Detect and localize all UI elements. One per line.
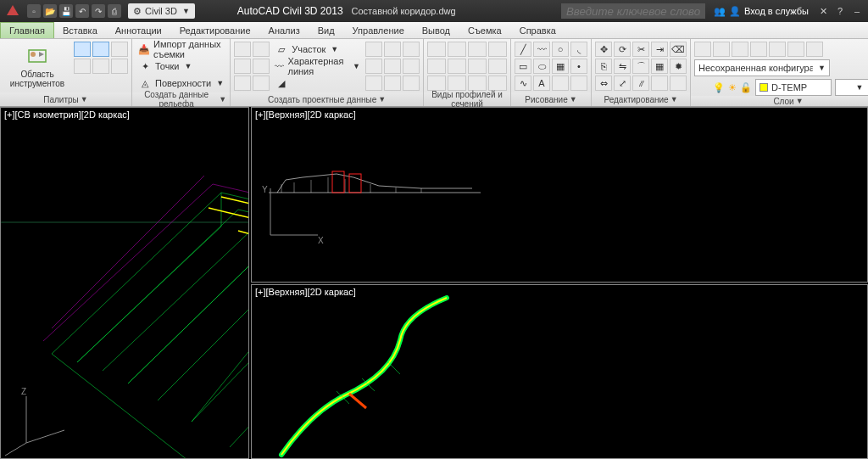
design-btn-b[interactable] — [384, 42, 401, 57]
pv-7[interactable] — [468, 59, 487, 74]
panel-title[interactable]: Создать проектные данные▼ — [231, 92, 423, 106]
design-btn-h[interactable] — [384, 76, 401, 91]
draw-arc[interactable]: ◟ — [570, 42, 587, 57]
design-btn-d[interactable] — [365, 59, 382, 74]
mod-scale[interactable]: ⤢ — [614, 76, 631, 91]
design-btn-4[interactable] — [253, 59, 270, 74]
draw-ellipse[interactable]: ⬭ — [533, 59, 550, 74]
viewport-right[interactable]: [+][СВ изометрия][2D каркас] — [0, 107, 249, 459]
app-icon[interactable] — [3, 2, 22, 20]
mod-copy[interactable]: ⎘ — [595, 59, 612, 74]
mod-more1[interactable] — [651, 76, 668, 91]
pv-8[interactable] — [488, 59, 507, 74]
mod-fillet[interactable]: ⌒ — [632, 59, 649, 74]
points-button[interactable]: ✦Точки▼ — [136, 59, 226, 74]
sign-in-button[interactable]: 👥 👤 Вход в службы — [714, 6, 809, 17]
layer-btn-3[interactable] — [732, 42, 748, 57]
design-btn-f[interactable] — [403, 59, 420, 74]
minimize-icon[interactable]: – — [851, 5, 863, 17]
tab-home[interactable]: Главная — [0, 22, 54, 38]
pv-9[interactable] — [427, 76, 446, 91]
layer-btn-1[interactable] — [694, 42, 711, 57]
pv-6[interactable] — [448, 59, 466, 74]
panel-title[interactable]: Редактирование▼ — [592, 92, 690, 106]
pv-1[interactable] — [427, 42, 446, 57]
panel-title[interactable]: Виды профилей и сечений — [424, 92, 510, 106]
tab-view[interactable]: Вид — [309, 22, 344, 38]
workspace-selector[interactable]: ⚙ Civil 3D ▼ — [128, 3, 195, 19]
palette-btn-5[interactable] — [92, 59, 109, 74]
panel-title[interactable]: Создать данные рельефа▼ — [132, 92, 230, 106]
design-btn-c[interactable] — [403, 42, 420, 57]
qat-new-icon[interactable]: ▫ — [27, 4, 41, 18]
layer-btn-5[interactable] — [769, 42, 786, 57]
mod-mirror[interactable]: ⇋ — [614, 59, 631, 74]
design-btn-1[interactable] — [234, 42, 251, 57]
qat-save-icon[interactable]: 💾 — [59, 4, 73, 18]
layer-btn-2[interactable] — [713, 42, 730, 57]
palette-btn-4[interactable] — [74, 59, 91, 74]
draw-more1[interactable] — [552, 76, 569, 91]
help-icon[interactable]: ? — [834, 5, 846, 17]
pv-3[interactable] — [468, 42, 487, 57]
draw-more2[interactable] — [570, 76, 587, 91]
layer-extra-combo[interactable]: ▼ — [835, 79, 868, 96]
viewport-bottom-left[interactable]: [+][Верхняя][2D каркас] — [251, 284, 868, 460]
tab-annotate[interactable]: Аннотации — [107, 22, 171, 38]
draw-circle[interactable]: ○ — [552, 42, 569, 57]
qat-undo-icon[interactable]: ↶ — [75, 4, 89, 18]
mod-explode[interactable]: ✹ — [670, 59, 687, 74]
design-btn-3[interactable] — [234, 59, 251, 74]
palette-btn-1[interactable] — [74, 42, 91, 57]
tab-modify[interactable]: Редактирование — [171, 22, 260, 38]
mod-move[interactable]: ✥ — [595, 42, 612, 57]
design-btn-2[interactable] — [253, 42, 270, 57]
panel-title[interactable]: Палитры▼ — [0, 92, 131, 106]
mod-more2[interactable] — [670, 76, 687, 91]
design-btn-a[interactable] — [365, 42, 382, 57]
mod-erase[interactable]: ⌫ — [670, 42, 687, 57]
pv-5[interactable] — [427, 59, 446, 74]
draw-text[interactable]: A — [533, 76, 550, 91]
viewport-label[interactable]: [+][Верхняя][2D каркас] — [255, 109, 356, 120]
layer-btn-6[interactable] — [787, 42, 804, 57]
pv-11[interactable] — [468, 76, 487, 91]
tab-output[interactable]: Вывод — [414, 22, 459, 38]
design-btn-e[interactable] — [384, 59, 401, 74]
layer-state-combo[interactable]: Несохраненная конфигурация сло▼ — [694, 59, 830, 76]
draw-hatch[interactable]: ▦ — [552, 59, 569, 74]
design-btn-g[interactable] — [365, 76, 382, 91]
viewport-label[interactable]: [+][СВ изометрия][2D каркас] — [4, 109, 130, 120]
tab-help[interactable]: Справка — [511, 22, 565, 38]
mod-offset[interactable]: ⫽ — [632, 76, 649, 91]
draw-line[interactable]: ╱ — [515, 42, 531, 57]
pv-4[interactable] — [488, 42, 507, 57]
toolspace-button[interactable]: Область инструментов — [3, 42, 71, 91]
mod-extend[interactable]: ⇥ — [651, 42, 668, 57]
design-btn-i[interactable] — [403, 76, 420, 91]
tab-survey[interactable]: Съемка — [459, 22, 511, 38]
qat-redo-icon[interactable]: ↷ — [92, 4, 105, 18]
parcel-button[interactable]: ▱Участок▼ — [272, 42, 363, 57]
qat-print-icon[interactable]: ⎙ — [108, 4, 121, 18]
palette-btn-6[interactable] — [111, 59, 128, 74]
design-btn-5[interactable] — [234, 76, 251, 91]
pv-12[interactable] — [488, 76, 507, 91]
panel-title[interactable]: Слои▼ — [691, 96, 868, 106]
draw-rect[interactable]: ▭ — [515, 59, 531, 74]
panel-title[interactable]: Рисование▼ — [511, 92, 591, 106]
draw-point[interactable]: • — [570, 59, 587, 74]
layer-props-icon[interactable] — [694, 80, 709, 95]
palette-btn-3[interactable] — [111, 42, 128, 57]
mod-array[interactable]: ▦ — [651, 59, 668, 74]
mod-rotate[interactable]: ⟳ — [614, 42, 631, 57]
tab-insert[interactable]: Вставка — [54, 22, 107, 38]
qat-open-icon[interactable]: 📂 — [43, 4, 57, 18]
tab-analyze[interactable]: Анализ — [260, 22, 309, 38]
mod-trim[interactable]: ✂ — [632, 42, 649, 57]
palette-btn-2[interactable] — [92, 42, 109, 57]
mod-stretch[interactable]: ⇔ — [595, 76, 612, 91]
draw-spline[interactable]: ∿ — [515, 76, 531, 91]
layer-btn-4[interactable] — [750, 42, 767, 57]
exchange-icon[interactable]: ✕ — [817, 5, 829, 17]
